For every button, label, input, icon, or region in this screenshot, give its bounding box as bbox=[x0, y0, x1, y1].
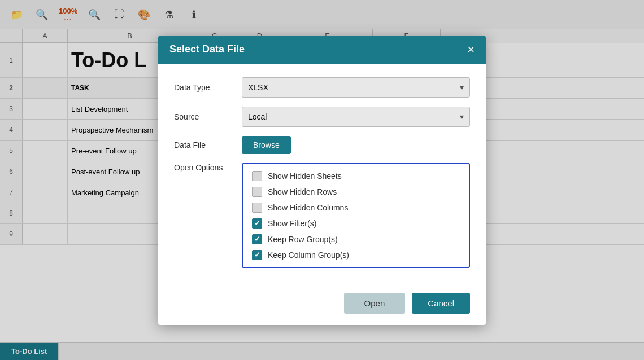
open-options-box: Show Hidden Sheets Show Hidden Rows Show… bbox=[242, 163, 470, 268]
option-label-keep-column-groups: Keep Column Group(s) bbox=[268, 251, 349, 260]
source-select[interactable]: Local ▾ bbox=[242, 107, 470, 127]
list-item: Show Hidden Sheets bbox=[252, 171, 460, 181]
option-label-show-hidden-rows: Show Hidden Rows bbox=[268, 187, 337, 196]
option-label-show-hidden-columns: Show Hidden Columns bbox=[268, 203, 348, 212]
modal-title: Select Data File bbox=[169, 43, 245, 55]
source-label: Source bbox=[174, 112, 242, 121]
option-label-keep-row-groups: Keep Row Group(s) bbox=[268, 235, 338, 244]
browse-button[interactable]: Browse bbox=[242, 136, 291, 154]
source-value: Local bbox=[248, 112, 267, 121]
data-type-value: XLSX bbox=[248, 83, 268, 92]
modal-body: Data Type XLSX ▾ Source Local ▾ bbox=[158, 64, 486, 284]
open-options-row: Open Options Show Hidden Sheets Show Hid… bbox=[174, 163, 470, 268]
list-item: ✓ Keep Row Group(s) bbox=[252, 234, 460, 244]
modal-header: Select Data File × bbox=[158, 36, 486, 64]
data-type-control: XLSX ▾ bbox=[242, 77, 470, 98]
option-label-show-filters: Show Filter(s) bbox=[268, 219, 316, 228]
checkbox-show-filters[interactable]: ✓ bbox=[252, 218, 262, 229]
list-item: Show Hidden Columns bbox=[252, 203, 460, 213]
modal-close-button[interactable]: × bbox=[467, 43, 475, 56]
data-file-row: Data File Browse bbox=[174, 136, 470, 154]
cancel-button[interactable]: Cancel bbox=[412, 293, 470, 314]
select-arrow-icon: ▾ bbox=[460, 83, 464, 92]
data-type-row: Data Type XLSX ▾ bbox=[174, 77, 470, 98]
modal-footer: Open Cancel bbox=[158, 284, 486, 325]
checkbox-show-hidden-columns[interactable] bbox=[252, 203, 262, 213]
open-options-control: Show Hidden Sheets Show Hidden Rows Show… bbox=[242, 163, 470, 268]
data-file-control: Browse bbox=[242, 136, 470, 154]
option-label-show-hidden-sheets: Show Hidden Sheets bbox=[268, 172, 342, 181]
source-row: Source Local ▾ bbox=[174, 107, 470, 127]
open-options-label: Open Options bbox=[174, 163, 242, 172]
modal-overlay: Select Data File × Data Type XLSX ▾ Sour… bbox=[0, 0, 644, 360]
select-data-file-modal: Select Data File × Data Type XLSX ▾ Sour… bbox=[158, 36, 486, 325]
source-control: Local ▾ bbox=[242, 107, 470, 127]
checkbox-keep-column-groups[interactable]: ✓ bbox=[252, 250, 262, 260]
select-arrow-icon: ▾ bbox=[460, 112, 464, 121]
checkbox-keep-row-groups[interactable]: ✓ bbox=[252, 234, 262, 244]
list-item: Show Hidden Rows bbox=[252, 187, 460, 197]
data-type-select[interactable]: XLSX ▾ bbox=[242, 77, 470, 98]
checkbox-show-hidden-sheets[interactable] bbox=[252, 171, 262, 181]
list-item: ✓ Keep Column Group(s) bbox=[252, 250, 460, 260]
data-file-label: Data File bbox=[174, 141, 242, 150]
list-item: ✓ Show Filter(s) bbox=[252, 218, 460, 229]
checkbox-show-hidden-rows[interactable] bbox=[252, 187, 262, 197]
open-button[interactable]: Open bbox=[344, 293, 406, 314]
data-type-label: Data Type bbox=[174, 83, 242, 92]
